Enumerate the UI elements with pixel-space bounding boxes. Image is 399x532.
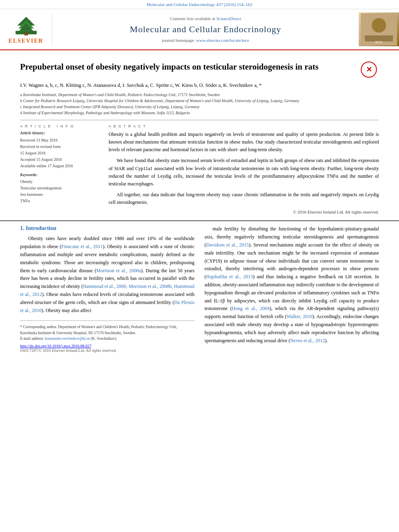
introduction-heading: 1. Introduction: [20, 225, 195, 232]
cite-finucane[interactable]: Finucane et al., 2011: [62, 244, 103, 249]
journal-reference-bar: Molecular and Cellular Endocrinology 437…: [0, 0, 399, 9]
keyword-sex-hormones: Sex hormones: [20, 191, 101, 198]
body-text-right: male fertility by disturbing the functio…: [205, 225, 379, 345]
journal-title: Molecular and Cellular Endocrinology: [130, 24, 281, 35]
affiliation-d: d Institute of Experimental Morphology, …: [20, 110, 379, 116]
journal-header: ELSEVIER Contents lists available at Sci…: [0, 9, 399, 50]
intro-para-1: Obesity rates have nearly doubled since …: [20, 235, 195, 314]
cite-walker[interactable]: Walker, 2010: [286, 314, 312, 319]
received-date: Received 13 May 2016: [20, 137, 101, 144]
abstract-text: Obesity is a global health problem and i…: [109, 131, 379, 207]
cite-hammoud-2006[interactable]: Hammoud et al., 2006; Morrison et al., 2…: [20, 283, 195, 297]
article-history-label: Article history:: [20, 131, 101, 135]
contents-available-line: Contents lists available at ScienceDirec…: [170, 16, 241, 21]
abstract-section-label: A B S T R A C T: [109, 124, 379, 128]
cite-neves[interactable]: Neves et al., 2012: [290, 338, 325, 343]
svg-point-6: [372, 18, 386, 33]
svg-rect-4: [24, 33, 28, 35]
cite-hajshafiha[interactable]: Hajshafiha et al., 2013: [206, 274, 253, 279]
journal-info-center: Contents lists available at ScienceDirec…: [52, 12, 359, 46]
affiliations: a Karolinska Institutet, Department of W…: [20, 92, 379, 116]
elsevier-tree-icon: [12, 14, 40, 37]
article-info-column: A R T I C L E I N F O Article history: R…: [20, 124, 101, 215]
journal-homepage: journal homepage: www.elsevier.com/locat…: [162, 38, 249, 43]
body-right-column: male fertility by disturbing the functio…: [205, 225, 379, 353]
svg-text:MCE: MCE: [375, 41, 382, 44]
crossmark-icon: ✕: [361, 62, 377, 78]
email-label: E-mail address:: [20, 337, 44, 341]
email-link[interactable]: konstantin.svechnikov@ki.se: [45, 337, 90, 341]
affiliation-a: a Karolinska Institutet, Department of W…: [20, 92, 379, 98]
article-info-section-label: A R T I C L E I N F O: [20, 124, 101, 128]
footnote-section: * Corresponding author. Department of Wo…: [20, 320, 195, 341]
accepted-date: Accepted 15 August 2016: [20, 156, 101, 163]
doi-line: http://dx.doi.org/10.1016/j.mce.2016.08.…: [20, 344, 195, 348]
received-revised-label: Received in revised form: [20, 144, 101, 150]
intro-para-2: male fertility by disturbing the functio…: [205, 225, 379, 345]
abstract-para-1: Obesity is a global health problem and i…: [109, 131, 379, 154]
cite-du-plessis[interactable]: Du Plessis et al., 2010: [20, 300, 195, 313]
email-line: E-mail address: konstantin.svechnikov@ki…: [20, 336, 195, 341]
cite-davidson[interactable]: Davidson et al., 2015: [206, 242, 249, 248]
received-revised-date: 15 August 2016: [20, 150, 101, 156]
crossmark-badge: ✕: [359, 62, 379, 78]
body-section: 1. Introduction Obesity rates have nearl…: [0, 220, 399, 357]
elsevier-label: ELSEVIER: [8, 38, 43, 44]
available-date: Available online 17 August 2016: [20, 163, 101, 169]
body-text-left: Obesity rates have nearly doubled since …: [20, 235, 195, 314]
affiliation-b: b Center for Pediatric Research Leipzig,…: [20, 98, 379, 104]
article-title-section: Prepubertal onset of obesity negatively …: [20, 62, 379, 78]
issn-line: 0303-7207/© 2016 Elsevier Ireland Ltd. A…: [20, 348, 195, 353]
article-content: Prepubertal onset of obesity negatively …: [0, 50, 399, 218]
abstract-para-3: All together, our data indicate that lon…: [109, 191, 379, 206]
body-left-column: 1. Introduction Obesity rates have nearl…: [20, 225, 195, 353]
journal-reference-text: Molecular and Cellular Endocrinology 437…: [147, 2, 253, 7]
sciencedirect-link[interactable]: ScienceDirect: [216, 16, 241, 21]
authors-text: I.V. Wagner a, b, c, N. Klöting c, N. At…: [20, 82, 261, 88]
affiliation-c: c Integrated Research and Treatment Cent…: [20, 104, 379, 110]
cover-image-icon: MCE: [361, 13, 397, 45]
doi-link[interactable]: http://dx.doi.org/10.1016/j.mce.2016.08.…: [20, 344, 91, 348]
keyword-tnf: TNFα: [20, 198, 101, 204]
homepage-link[interactable]: www.elsevier.com/locate/mce: [196, 38, 249, 43]
keywords-label: Keywords:: [20, 173, 101, 177]
corresponding-author-note: * Corresponding author. Department of Wo…: [20, 324, 195, 336]
body-two-column: 1. Introduction Obesity rates have nearl…: [20, 225, 379, 353]
info-abstract-section: A R T I C L E I N F O Article history: R…: [20, 124, 379, 215]
journal-cover-image: MCE: [359, 12, 399, 46]
cite-morrison-2008a[interactable]: Morrison et al., 2008a: [96, 268, 141, 273]
separator: [20, 120, 379, 120]
copyright-line: © 2016 Elsevier Ireland Ltd. All rights …: [109, 210, 379, 214]
abstract-para-2: We have found that obesity state increas…: [109, 157, 379, 188]
keyword-obesity: Obesity: [20, 179, 101, 185]
article-title: Prepubertal onset of obesity negatively …: [20, 62, 355, 72]
abstract-column: A B S T R A C T Obesity is a global heal…: [109, 124, 379, 215]
email-person: (K. Svechnikov).: [91, 337, 117, 341]
keyword-steroidogenesis: Testicular steroidogenesis: [20, 185, 101, 191]
authors-line: I.V. Wagner a, b, c, N. Klöting c, N. At…: [20, 82, 379, 89]
cite-hong[interactable]: Hong et al., 2004: [232, 306, 269, 311]
elsevier-logo: ELSEVIER: [0, 12, 52, 46]
